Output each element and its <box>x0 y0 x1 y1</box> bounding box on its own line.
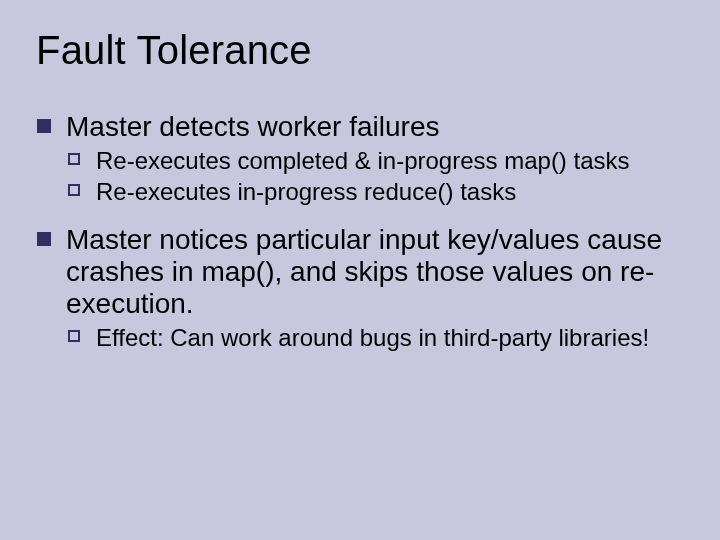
slide-title: Fault Tolerance <box>36 28 684 73</box>
bullet-text: Re-executes completed & in-progress map(… <box>96 147 630 174</box>
slide: Fault Tolerance Master detects worker fa… <box>0 0 720 540</box>
list-item: Master notices particular input key/valu… <box>36 224 684 353</box>
bullet-text: Re-executes in-progress reduce() tasks <box>96 178 516 205</box>
bullet-text: Master detects worker failures <box>66 111 439 142</box>
sub-list: Effect: Can work around bugs in third-pa… <box>66 324 684 352</box>
sub-list: Re-executes completed & in-progress map(… <box>66 147 684 206</box>
list-item: Master detects worker failures Re-execut… <box>36 111 684 206</box>
bullet-text: Effect: Can work around bugs in third-pa… <box>96 324 649 351</box>
list-item: Re-executes in-progress reduce() tasks <box>66 178 684 206</box>
bullet-list: Master detects worker failures Re-execut… <box>36 111 684 353</box>
bullet-text: Master notices particular input key/valu… <box>66 224 662 319</box>
list-item: Re-executes completed & in-progress map(… <box>66 147 684 175</box>
list-item: Effect: Can work around bugs in third-pa… <box>66 324 684 352</box>
